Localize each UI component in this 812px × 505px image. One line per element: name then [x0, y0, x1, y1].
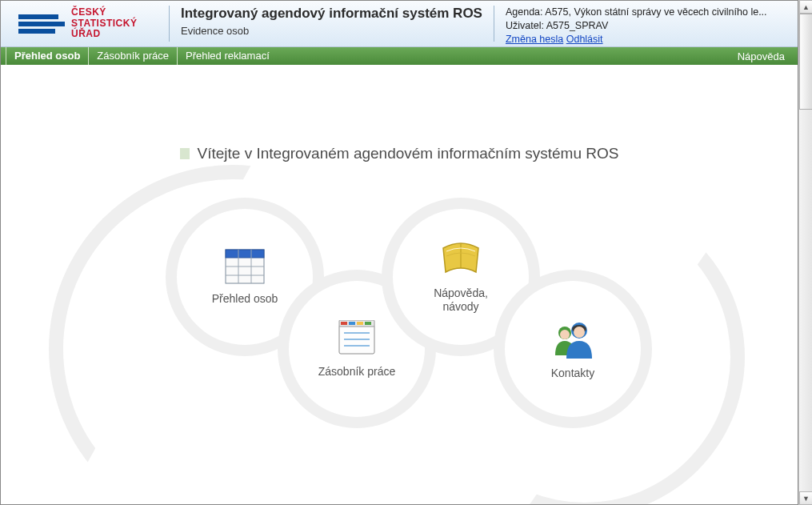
app-title: Integrovaný agendový informační systém R…	[181, 6, 482, 22]
main-area: Vítejte v Integrovaném agendovém informa…	[1, 65, 798, 504]
meta-block: Agenda: A575, Výkon státní správy ve věc…	[494, 1, 775, 46]
nav-item-prehled-osob[interactable]: Přehled osob	[6, 47, 88, 65]
bullet-icon	[180, 148, 190, 159]
svg-point-18	[574, 327, 585, 338]
scroll-down-button[interactable]: ▼	[799, 491, 812, 505]
svg-rect-8	[341, 322, 347, 325]
change-password-link[interactable]: Změna hesla	[506, 34, 563, 45]
user-label: Uživatel:	[506, 20, 544, 31]
agenda-label: Agenda:	[506, 6, 543, 18]
nav-item-zasobnik-prace[interactable]: Zásobník práce	[88, 47, 177, 65]
logo-bars-icon	[18, 14, 65, 34]
scroll-thumb[interactable]	[799, 14, 812, 110]
logo-text: ČESKÝ STATISTICKÝ ÚŘAD	[71, 7, 137, 40]
book-icon	[438, 240, 483, 279]
tile-label: Nápověda, návody	[434, 287, 488, 314]
nav-item-prehled-reklamaci[interactable]: Přehled reklamací	[177, 47, 278, 65]
scroll-up-button[interactable]: ▲	[799, 0, 812, 14]
tile-kontakty[interactable]: Kontakty	[505, 281, 641, 417]
tile-label: Kontakty	[551, 367, 594, 380]
svg-point-19	[560, 330, 570, 339]
svg-rect-1	[226, 250, 264, 258]
table-icon	[225, 249, 265, 284]
agenda-value: A575, Výkon státní správy ve věcech civi…	[545, 6, 766, 18]
logout-link[interactable]: Odhlásit	[566, 34, 603, 45]
vertical-scrollbar[interactable]: ▲ ▼	[798, 0, 812, 505]
welcome-text: Vítejte v Integrovaném agendovém informa…	[198, 145, 619, 162]
svg-rect-9	[349, 322, 355, 325]
app-subtitle: Evidence osob	[181, 25, 482, 37]
nav-bar: Přehled osob Zásobník práce Přehled rekl…	[1, 47, 798, 65]
svg-rect-10	[357, 322, 363, 325]
nav-help[interactable]: Nápověda	[730, 50, 793, 62]
svg-rect-11	[365, 322, 371, 325]
tile-label: Zásobník práce	[318, 365, 396, 379]
logo: ČESKÝ STATISTICKÝ ÚŘAD	[1, 1, 169, 46]
user-value: A575_SPRAV	[546, 20, 609, 31]
header: ČESKÝ STATISTICKÝ ÚŘAD Integrovaný agend…	[1, 1, 798, 47]
task-list-icon	[336, 320, 378, 357]
contacts-icon	[550, 319, 595, 359]
tiles: Přehled osob Zásobní	[1, 193, 798, 473]
tile-label: Přehled osob	[212, 292, 278, 306]
welcome-heading: Vítejte v Integrovaném agendovém informa…	[1, 145, 798, 162]
title-block: Integrovaný agendový informační systém R…	[170, 1, 494, 46]
